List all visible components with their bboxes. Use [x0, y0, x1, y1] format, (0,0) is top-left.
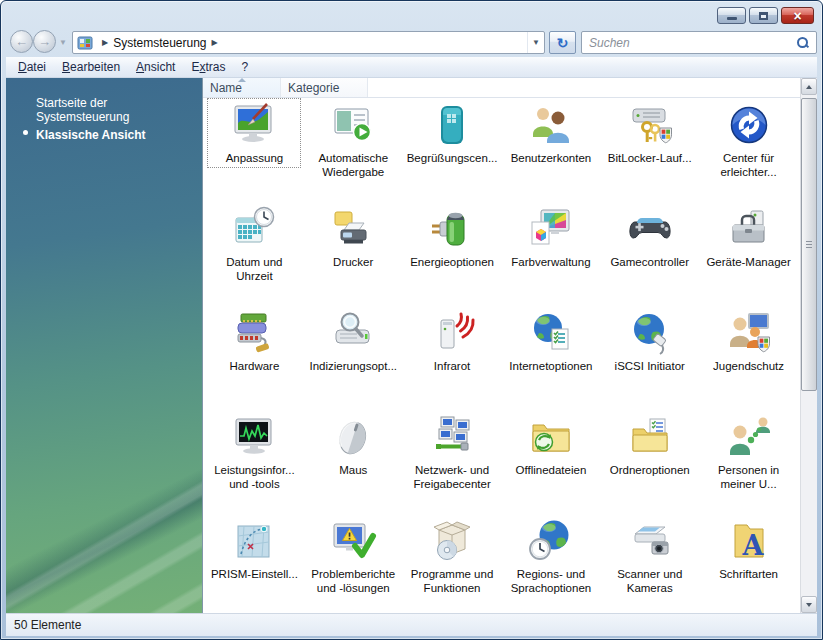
item-infrarot[interactable]: Infrarot	[403, 306, 502, 410]
item-farbverwaltung[interactable]: Farbverwaltung	[502, 202, 601, 306]
item-label: Problemberichte und -lösungen	[308, 567, 398, 595]
menu-bearbeiten[interactable]: Bearbeiten	[54, 58, 128, 76]
menu-bar: DateiBearbeitenAnsichtExtras?	[6, 57, 817, 78]
menu-ansicht[interactable]: Ansicht	[128, 58, 183, 76]
item-schriftarten[interactable]: ASchriftarten	[699, 514, 798, 613]
item-ordneroptionen[interactable]: Ordneroptionen	[600, 410, 699, 514]
sidebar-item-label: Klassische Ansicht	[36, 128, 146, 142]
address-bar: ← → ▼ ▶ Systemsteuerung ▶ ▼ ↻	[2, 28, 821, 57]
item-selection-box: Infrarot	[405, 306, 499, 376]
column-header-kategorie[interactable]: Kategorie	[281, 78, 368, 97]
device-manager-icon	[725, 205, 773, 253]
item-selection-box: Gamecontroller	[603, 202, 697, 272]
item-selection-box: Leistungsinfor... und -tools	[207, 410, 301, 494]
title-bar[interactable]: ×	[2, 2, 821, 29]
item-netzwerk-und-freigabecenter[interactable]: Netzwerk- und Freigabecenter	[403, 410, 502, 514]
item-selection-box: Energieoptionen	[405, 202, 499, 272]
internet-options-icon	[527, 309, 575, 357]
vertical-scrollbar[interactable]	[800, 78, 817, 613]
sidebar-item-startseite-der-systemsteuerung[interactable]: Startseite der Systemsteuerung	[36, 94, 196, 124]
minimize-button[interactable]	[717, 7, 746, 24]
search-box	[581, 31, 817, 54]
task-pane: Startseite der SystemsteuerungKlassische…	[6, 78, 202, 613]
svg-text:A: A	[741, 530, 764, 561]
search-input[interactable]	[582, 36, 796, 50]
maximize-button[interactable]	[749, 7, 778, 24]
item-anpassung[interactable]: Anpassung	[205, 98, 304, 202]
icon-grid: AnpassungAutomatische WiedergabeBegrüßun…	[203, 98, 800, 613]
address-dropdown-icon[interactable]: ▼	[527, 32, 544, 53]
breadcrumb-arrow-icon[interactable]: ▶	[207, 38, 223, 47]
item-label: Scanner und Kameras	[605, 567, 695, 595]
item-leistungsinfor-und-tools[interactable]: Leistungsinfor... und -tools	[205, 410, 304, 514]
item-offlinedateien[interactable]: Offlinedateien	[502, 410, 601, 514]
folder-options-icon	[626, 413, 674, 461]
item-prism-einstell[interactable]: PRISM-Einstell...	[205, 514, 304, 613]
refresh-button[interactable]: ↻	[549, 31, 576, 54]
close-icon: ×	[793, 9, 801, 23]
forward-button[interactable]: →	[33, 30, 56, 53]
item-indizierungsopt[interactable]: Indizierungsopt...	[304, 306, 403, 410]
maximize-icon	[759, 12, 768, 20]
item-selection-box: Begrüßungscen...	[405, 98, 499, 168]
item-jugendschutz[interactable]: Jugendschutz	[699, 306, 798, 410]
item-scanner-und-kameras[interactable]: Scanner und Kameras	[600, 514, 699, 613]
item-drucker[interactable]: Drucker	[304, 202, 403, 306]
item-selection-box: Internetoptionen	[504, 306, 598, 376]
scroll-down-button[interactable]	[801, 596, 817, 613]
sidebar-item-klassische-ansicht[interactable]: Klassische Ansicht	[36, 126, 196, 142]
item-label: Geräte-Manager	[706, 255, 790, 269]
fonts-icon: A	[725, 517, 773, 565]
item-label: Leistungsinfor... und -tools	[209, 463, 299, 491]
problem-reports-icon	[329, 517, 377, 565]
item-hardware[interactable]: Hardware	[205, 306, 304, 410]
item-selection-box: BitLocker-Lauf...	[603, 98, 697, 168]
item-label: PRISM-Einstell...	[211, 567, 298, 581]
item-selection-box: iSCSI Initiator	[603, 306, 697, 376]
item-personen-in-meiner-u[interactable]: Personen in meiner U...	[699, 410, 798, 514]
breadcrumb-location[interactable]: Systemsteuerung	[113, 36, 206, 50]
recent-pages-chevron-icon[interactable]: ▼	[59, 38, 67, 47]
scroll-up-button[interactable]	[801, 78, 817, 95]
item-problemberichte-und-l-sungen[interactable]: Problemberichte und -lösungen	[304, 514, 403, 613]
item-maus[interactable]: Maus	[304, 410, 403, 514]
item-center-f-r-erleichter[interactable]: Center für erleichter...	[699, 98, 798, 202]
ease-of-access-icon	[725, 101, 773, 149]
item-energieoptionen[interactable]: Energieoptionen	[403, 202, 502, 306]
close-button[interactable]: ×	[781, 7, 814, 24]
offline-files-icon	[527, 413, 575, 461]
item-bitlocker-lauf[interactable]: BitLocker-Lauf...	[600, 98, 699, 202]
search-icon[interactable]	[796, 36, 810, 50]
breadcrumb[interactable]: ▶ Systemsteuerung ▶ ▼	[72, 31, 545, 54]
item-datum-und-uhrzeit[interactable]: Datum und Uhrzeit	[205, 202, 304, 306]
scroll-down-icon	[806, 603, 812, 607]
item-automatische-wiedergabe[interactable]: Automatische Wiedergabe	[304, 98, 403, 202]
menu-help[interactable]: ?	[234, 58, 257, 76]
menu-extras[interactable]: Extras	[183, 58, 233, 76]
item-selection-box: PRISM-Einstell...	[207, 514, 301, 584]
item-benutzerkonten[interactable]: Benutzerkonten	[502, 98, 601, 202]
breadcrumb-arrow-icon[interactable]: ▶	[97, 38, 113, 47]
item-label: Programme und Funktionen	[407, 567, 497, 595]
item-label: Anpassung	[226, 151, 284, 165]
aurora-decoration	[6, 436, 202, 613]
item-label: Ordneroptionen	[610, 463, 690, 477]
item-regions-und-sprachoptionen[interactable]: Regions- und Sprachoptionen	[502, 514, 601, 613]
item-internetoptionen[interactable]: Internetoptionen	[502, 306, 601, 410]
prism-settings-icon	[230, 517, 278, 565]
item-ger-te-manager[interactable]: Geräte-Manager	[699, 202, 798, 306]
item-selection-box: Datum und Uhrzeit	[207, 202, 301, 286]
item-selection-box: Automatische Wiedergabe	[306, 98, 400, 182]
item-programme-und-funktionen[interactable]: Programme und Funktionen	[403, 514, 502, 613]
item-gamecontroller[interactable]: Gamecontroller	[600, 202, 699, 306]
column-header-name[interactable]: Name	[203, 78, 281, 97]
item-begr-ungscen[interactable]: Begrüßungscen...	[403, 98, 502, 202]
item-iscsi-initiator[interactable]: iSCSI Initiator	[600, 306, 699, 410]
scrollbar-thumb[interactable]	[801, 98, 817, 391]
game-controllers-icon	[626, 205, 674, 253]
menu-datei[interactable]: Datei	[10, 58, 54, 76]
item-label: Hardware	[229, 359, 279, 373]
back-button[interactable]: ←	[10, 30, 33, 53]
mouse-icon	[329, 413, 377, 461]
programs-features-icon	[428, 517, 476, 565]
